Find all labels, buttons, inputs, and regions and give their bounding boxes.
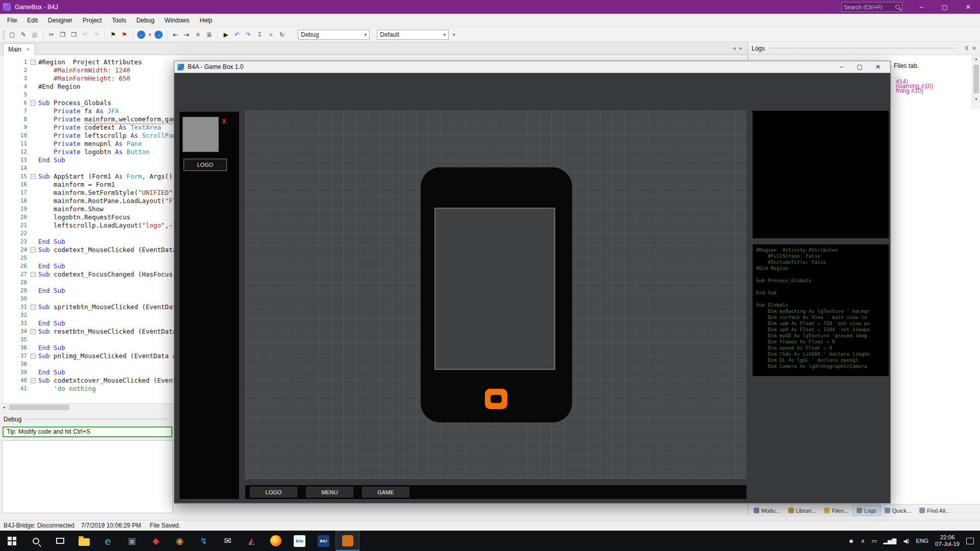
panel-tab-find-all[interactable]: Find All...: [916, 506, 953, 515]
build-config-dropdown[interactable]: Debug ▾: [298, 30, 370, 40]
code-line[interactable]: 34−Sub resetbtn_MouseClicked (EventData …: [4, 328, 176, 336]
breakpoint-margin[interactable]: [0, 55, 4, 403]
tab-main[interactable]: Main ✕: [3, 43, 35, 55]
code-line[interactable]: 10 Private leftscrollp As ScrollPane: [4, 132, 176, 140]
menu-file[interactable]: File: [2, 14, 22, 27]
app-lightning-icon[interactable]: ↯: [192, 531, 216, 551]
pin-icon[interactable]: ⊼: [965, 45, 968, 51]
task-view-button[interactable]: [48, 531, 72, 551]
nav-forward-icon[interactable]: →: [154, 31, 163, 39]
stop-icon[interactable]: ■: [266, 30, 276, 40]
toolbar-overflow-icon[interactable]: ▾: [453, 32, 455, 37]
code-line[interactable]: 33End Sub: [4, 319, 176, 328]
code-line[interactable]: 35: [4, 336, 176, 344]
scroll-left-icon[interactable]: ◂: [0, 404, 8, 411]
code-line[interactable]: 37−Sub pnlimg_MouseClicked (EventData As…: [4, 352, 176, 360]
redo-icon[interactable]: ↷: [91, 30, 101, 40]
code-line[interactable]: 40−Sub codetxtcover_MouseClicked (EventD…: [4, 377, 176, 385]
app-orange-icon[interactable]: ◉: [168, 531, 192, 551]
scroll-down-icon[interactable]: ▼: [972, 95, 980, 103]
save-icon[interactable]: ▦: [30, 30, 40, 40]
scroll-up-icon[interactable]: ▲: [972, 55, 980, 63]
edge-icon[interactable]: e: [96, 531, 120, 551]
code-line[interactable]: 26End Sub: [4, 262, 176, 270]
goto-back-icon[interactable]: ↶: [232, 30, 242, 40]
run-config-dropdown[interactable]: Default ▾: [377, 30, 449, 40]
indent-icon[interactable]: ⇥: [182, 30, 192, 40]
run-icon[interactable]: ▶: [221, 30, 231, 40]
code-line[interactable]: 32: [4, 311, 176, 319]
code-line[interactable]: 22: [4, 230, 176, 238]
code-line[interactable]: 16 mainform = Form1: [4, 181, 176, 189]
maximize-button[interactable]: ▢: [850, 61, 869, 72]
code-line[interactable]: 21 leftscrollp.LoadLayout("logo",-1,-1): [4, 221, 176, 230]
menu-tools[interactable]: Tools: [107, 14, 131, 27]
fold-toggle-icon[interactable]: −: [31, 378, 36, 383]
code-line[interactable]: 4#End Region: [4, 83, 176, 91]
fold-toggle-icon[interactable]: −: [31, 101, 36, 106]
layout-tab-logo[interactable]: LOGO: [250, 487, 297, 497]
code-line[interactable]: 39End Sub: [4, 368, 176, 377]
code-line[interactable]: 5: [4, 91, 176, 99]
menu-debug[interactable]: Debug: [131, 14, 159, 27]
fold-toggle-icon[interactable]: −: [31, 60, 36, 65]
fold-toggle-icon[interactable]: −: [31, 305, 36, 310]
volume-icon[interactable]: ◀): [903, 538, 909, 544]
tab-scroll-right-icon[interactable]: ▸: [739, 45, 742, 52]
designer-icon[interactable]: ✎: [18, 30, 29, 40]
app-dark2-icon[interactable]: ◭: [240, 531, 264, 551]
code-line[interactable]: 28: [4, 279, 176, 287]
code-editor[interactable]: 1−#Region Project Attributes2 #MainFormW…: [0, 55, 176, 403]
code-line[interactable]: 12 Private logobtn As Button: [4, 148, 176, 156]
code-line[interactable]: 41 'do nothing: [4, 385, 176, 393]
code-line[interactable]: 15−Sub AppStart (Form1 As Form, Args() A…: [4, 172, 176, 181]
mail-icon[interactable]: ✉: [216, 531, 240, 551]
network-icon[interactable]: ▂▅▇: [884, 538, 896, 544]
hidden-icons-chevron[interactable]: ∧: [861, 538, 865, 544]
panel-tab-logs[interactable]: Logs: [853, 506, 880, 515]
tab-scroll-left-icon[interactable]: ◂: [733, 45, 736, 52]
phone-mockup[interactable]: [421, 167, 572, 422]
action-center-icon[interactable]: [966, 538, 974, 544]
panel-tab-modules[interactable]: Modu...: [750, 506, 784, 515]
code-line[interactable]: 13End Sub: [4, 156, 176, 164]
start-button[interactable]: [0, 531, 24, 551]
code-line[interactable]: 24−Sub codetext_MouseClicked (EventData …: [4, 246, 176, 254]
phone-screen[interactable]: [434, 208, 555, 370]
panel-tab-quick[interactable]: Quick...: [881, 506, 915, 515]
code-line[interactable]: 20 logobtn.RequestFocus: [4, 213, 176, 221]
debug-output[interactable]: [2, 440, 173, 513]
gamebox-running-icon[interactable]: [336, 531, 359, 551]
cut-icon[interactable]: ✂: [46, 30, 57, 40]
fold-toggle-icon[interactable]: −: [31, 174, 36, 179]
panel-close-icon[interactable]: ✕: [972, 45, 976, 51]
taskbar-search-button[interactable]: [24, 531, 48, 551]
design-grid[interactable]: [245, 111, 746, 479]
minimize-button[interactable]: –: [832, 61, 850, 72]
firefox-icon[interactable]: [264, 531, 288, 551]
app-dark-icon[interactable]: ▣: [120, 531, 144, 551]
menu-edit[interactable]: Edit: [22, 14, 43, 27]
code-line[interactable]: 7 Private fx As JFX: [4, 107, 176, 115]
toolbar-drag-handle[interactable]: [2, 30, 5, 39]
b4a-icon[interactable]: B4A: [288, 531, 312, 551]
phone-home-button[interactable]: [485, 389, 507, 409]
breakpoint-flag-icon[interactable]: ⚑: [119, 30, 130, 40]
code-line[interactable]: 30: [4, 295, 176, 303]
fold-toggle-icon[interactable]: −: [31, 272, 36, 277]
game-window-titlebar[interactable]: B4A - Game Box 1.0 – ▢ ✕: [174, 61, 890, 73]
fold-toggle-icon[interactable]: −: [31, 329, 36, 334]
logo-image-placeholder[interactable]: [183, 117, 219, 152]
close-button[interactable]: ✕: [957, 0, 980, 14]
search-icon[interactable]: [895, 5, 900, 9]
search-input[interactable]: [844, 4, 894, 10]
bookmark-icon[interactable]: ⚑: [108, 30, 118, 40]
menu-help[interactable]: Help: [195, 14, 218, 27]
uncomment-icon[interactable]: ≣: [204, 30, 214, 40]
language-indicator[interactable]: ENG: [916, 538, 929, 544]
code-line[interactable]: 14: [4, 164, 176, 172]
menu-designer[interactable]: Designer: [43, 14, 78, 27]
code-line[interactable]: 2 #MainFormWidth: 1240: [4, 66, 176, 74]
comment-icon[interactable]: ≡: [193, 30, 203, 40]
code-line[interactable]: 38: [4, 360, 176, 368]
